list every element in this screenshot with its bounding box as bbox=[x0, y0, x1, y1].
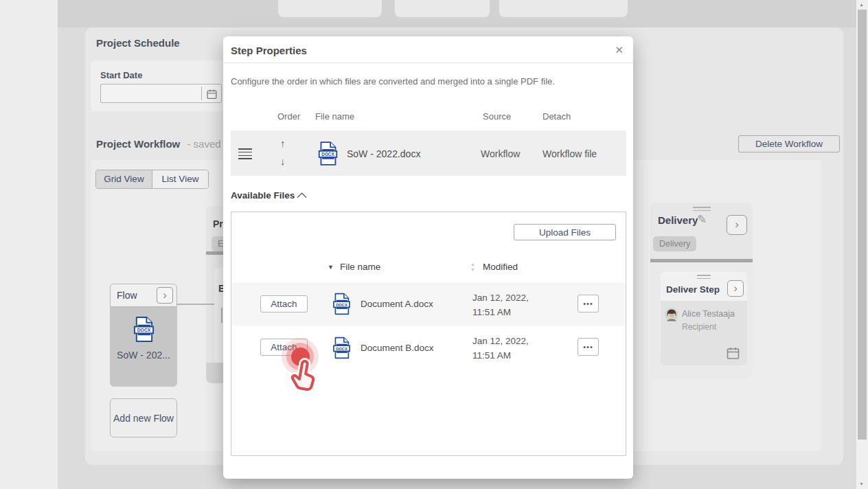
available-files-panel: Upload Files ▼ File name ▲ ▼ Modified At… bbox=[231, 212, 626, 456]
attached-file-source: Workflow bbox=[481, 148, 520, 159]
sort-descending-icon[interactable]: ▼ bbox=[470, 267, 475, 272]
scroll-up-arrow-icon[interactable]: ▲ bbox=[859, 2, 864, 7]
modified-date-line1: Jan 12, 2022, bbox=[472, 334, 529, 348]
pencil-icon[interactable]: ✎ bbox=[697, 212, 707, 227]
svg-text:DOCX: DOCX bbox=[321, 152, 334, 157]
col-header-order: Order bbox=[277, 111, 300, 122]
attach-button[interactable]: Attach bbox=[260, 295, 308, 312]
modal-title: Step Properties bbox=[231, 45, 307, 56]
start-date-input[interactable] bbox=[104, 86, 203, 102]
start-date-field bbox=[100, 84, 222, 103]
close-icon[interactable]: ✕ bbox=[615, 44, 624, 56]
step-properties-modal: Step Properties ✕ Configure the order in… bbox=[223, 36, 633, 479]
scroll-down-arrow-icon[interactable]: ▼ bbox=[859, 481, 864, 486]
flow-file-label: SoW - 202... bbox=[117, 350, 170, 361]
available-file-name: Document A.docx bbox=[361, 299, 433, 309]
available-files-title: Available Files bbox=[231, 190, 295, 201]
delivery-status-badge: Delivery bbox=[653, 236, 696, 251]
files-attached-card: Files Attached bbox=[395, 0, 490, 17]
project-workflow-title-text: Project Workflow bbox=[96, 138, 180, 150]
more-options-button[interactable]: ••• bbox=[578, 295, 599, 312]
modified-date-line1: Jan 12, 2022, bbox=[472, 291, 529, 305]
modal-description: Configure the order in which files are c… bbox=[231, 76, 555, 87]
chevron-right-icon: › bbox=[735, 218, 739, 230]
modal-header-divider bbox=[223, 62, 633, 63]
deliver-step-title: Deliver Step bbox=[666, 284, 720, 295]
chevron-right-icon: › bbox=[163, 289, 167, 301]
add-new-flow-button[interactable]: Add new Flow bbox=[110, 398, 177, 437]
col-header-file-name: File name bbox=[315, 111, 354, 122]
recipient-name: Alice Testaaja bbox=[682, 309, 735, 319]
tab-list-view[interactable]: List View bbox=[152, 170, 208, 188]
flow-card-body[interactable]: DOCX SoW - 202... bbox=[110, 307, 177, 387]
page-scrollbar[interactable]: ▲ ▼ bbox=[856, 0, 868, 489]
docx-file-icon: DOCX bbox=[331, 337, 352, 359]
tab-grid-view[interactable]: Grid View bbox=[96, 170, 152, 188]
attached-file-name: SoW - 2022.docx bbox=[347, 148, 420, 159]
col-header-detach: Detach bbox=[542, 111, 571, 122]
move-down-icon[interactable]: ↓ bbox=[280, 156, 286, 166]
col-header-file-name[interactable]: File name bbox=[340, 262, 380, 272]
docx-file-icon: DOCX bbox=[133, 316, 155, 343]
drag-handle-icon[interactable] bbox=[697, 275, 711, 279]
hand-cursor-icon bbox=[280, 354, 326, 397]
modified-date-line2: 11:51 AM bbox=[472, 348, 529, 363]
project-schedule-title: Project Schedule bbox=[96, 37, 180, 49]
docx-file-icon: DOCX bbox=[331, 293, 352, 315]
input-divider bbox=[201, 87, 202, 100]
delete-workflow-button[interactable]: Delete Workflow bbox=[738, 135, 840, 152]
workflow-defined-card: Workflow Defined bbox=[278, 0, 382, 17]
svg-text:DOCX: DOCX bbox=[336, 303, 347, 307]
flow-card-header[interactable]: Flow › bbox=[110, 284, 177, 307]
attached-file-detach[interactable]: Workflow file bbox=[542, 148, 597, 159]
scrollbar-thumb[interactable] bbox=[858, 10, 867, 440]
recipient-role: Recipient bbox=[682, 322, 716, 332]
assign-collaborators-card: Assign Collaborators bbox=[499, 0, 628, 17]
deliver-step-card[interactable]: Deliver Step › Alice Testaaja Recipient bbox=[661, 272, 747, 365]
col-header-modified[interactable]: Modified bbox=[483, 262, 518, 272]
svg-text:DOCX: DOCX bbox=[137, 328, 150, 332]
flow-connector-line bbox=[177, 304, 214, 305]
calendar-icon[interactable] bbox=[206, 89, 218, 100]
modified-date-line2: 11:51 AM bbox=[472, 305, 529, 319]
delivery-lane-card[interactable]: Delivery ✎ › Delivery Deliver Step › Ali… bbox=[650, 203, 753, 379]
project-workflow-title: Project Workflow - saved bbox=[96, 138, 221, 150]
avatar bbox=[665, 308, 678, 321]
docx-file-icon: DOCX bbox=[317, 141, 339, 166]
left-sidebar bbox=[0, 0, 58, 489]
modified-date: Jan 12, 2022, 11:51 AM bbox=[472, 334, 529, 363]
attached-file-row: ↑ ↓ DOCX SoW - 2022.docx Workflow Workfl… bbox=[231, 130, 626, 176]
upload-files-button[interactable]: Upload Files bbox=[514, 224, 616, 240]
clipped-element-edge bbox=[221, 308, 222, 323]
calendar-icon[interactable] bbox=[726, 346, 740, 360]
more-options-button[interactable]: ••• bbox=[578, 338, 599, 356]
move-up-icon[interactable]: ↑ bbox=[280, 138, 286, 148]
col-header-source: Source bbox=[483, 111, 511, 122]
start-date-label: Start Date bbox=[100, 70, 142, 80]
available-file-name: Document B.docx bbox=[361, 343, 434, 353]
delivery-open-button[interactable]: › bbox=[727, 215, 747, 235]
deliver-step-body: Alice Testaaja Recipient bbox=[661, 301, 747, 365]
deliver-step-open-button[interactable]: › bbox=[727, 280, 744, 297]
sort-descending-icon[interactable]: ▼ bbox=[328, 264, 334, 271]
chevron-right-icon: › bbox=[733, 282, 738, 294]
app-root: Workflow Defined Files Attached Assign C… bbox=[0, 0, 868, 489]
svg-text:DOCX: DOCX bbox=[336, 347, 347, 351]
drag-handle-icon[interactable] bbox=[238, 148, 252, 159]
flow-open-button[interactable]: › bbox=[157, 287, 173, 304]
view-toggle: Grid View List View bbox=[95, 170, 209, 189]
available-file-row: Attach DOCX Document A.docx Jan 12, 2022… bbox=[232, 282, 625, 326]
modified-date: Jan 12, 2022, 11:51 AM bbox=[472, 291, 529, 319]
workflow-saved-status: - saved bbox=[187, 138, 220, 150]
drag-handle-icon[interactable] bbox=[693, 207, 711, 211]
flow-card-title: Flow bbox=[117, 290, 137, 301]
sort-ascending-icon[interactable]: ▲ bbox=[470, 262, 475, 266]
chevron-up-icon[interactable] bbox=[297, 192, 307, 198]
delivery-lane-title: Delivery bbox=[658, 214, 698, 226]
